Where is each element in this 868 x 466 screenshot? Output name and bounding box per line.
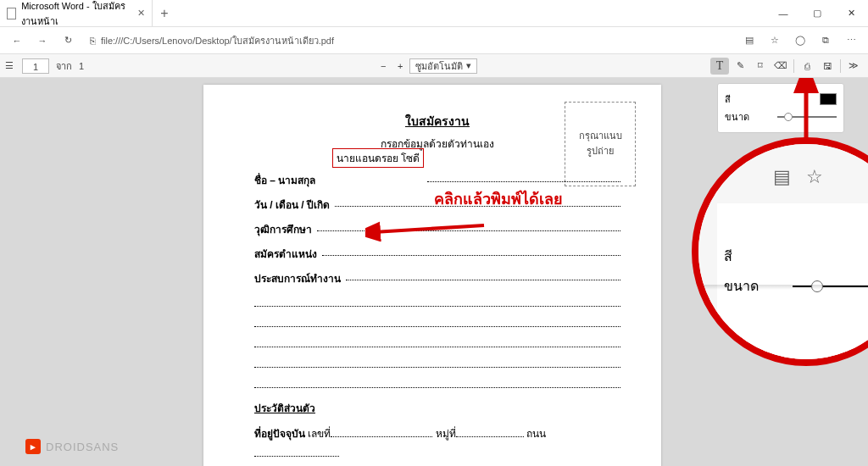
size-slider[interactable]	[777, 116, 837, 118]
window-close[interactable]: ✕	[834, 0, 868, 26]
pen-tool-icon[interactable]: ✎	[731, 58, 749, 75]
address-bar: ← → ↻ ⎘ file:///C:/Users/Lenovo/Desktop/…	[0, 27, 868, 54]
reader-mode-icon[interactable]: ▤	[739, 31, 760, 51]
window-titlebar: Microsoft Word - ใบสมัครงานหน้าเ ✕ + — ▢…	[0, 0, 868, 27]
annotation-hint-text: คลิกแล้วพิมพ์ได้เลย	[434, 186, 563, 211]
field-name-label: ชื่อ – นามสกุล	[254, 172, 315, 188]
pdf-viewer[interactable]: สี ขนาด กรุณาแนบ รูปถ่าย ใบสมัครงาน กรอก…	[0, 78, 868, 466]
section-personal: ประวัติส่วนตัว	[254, 400, 620, 416]
nav-reload-button[interactable]: ↻	[58, 31, 78, 51]
droidsans-logo-icon: ▸	[25, 439, 41, 454]
color-swatch[interactable]	[820, 93, 837, 105]
dotted-line	[254, 315, 620, 327]
collections-icon[interactable]: ⧉	[815, 31, 836, 51]
field-dob-label: วัน / เดือน / ปีเกิด	[254, 197, 330, 213]
chevron-down-icon: ▾	[466, 60, 471, 71]
toolbar-separator	[793, 59, 794, 73]
annotation-zoom-circle: ▤ ☆ T สี ขนาด	[692, 137, 868, 366]
field-edu-label: วุฒิการศึกษา	[254, 221, 312, 237]
print-button[interactable]: ⎙	[798, 58, 816, 75]
text-edit-box[interactable]: นายแอนดรอย โซดี	[332, 148, 424, 168]
sidebar-toggle-icon[interactable]: ☰	[5, 60, 14, 71]
watermark-text: DROIDSANS	[46, 441, 119, 453]
zoom-select[interactable]: ซูมอัตโนมัติ ▾	[409, 58, 477, 74]
page-number-input[interactable]: 1	[22, 58, 49, 74]
close-tab-icon[interactable]: ✕	[137, 8, 145, 19]
field-pos-label: สมัครตำแหน่ง	[254, 246, 317, 262]
text-tool-properties: สี ขนาด	[717, 83, 844, 133]
highlight-tool-icon[interactable]: ⌑	[751, 58, 770, 75]
photo-placeholder: กรุณาแนบ รูปถ่าย	[565, 102, 636, 186]
field-exp-label: ประสบการณ์ทำงาน	[254, 270, 341, 286]
zoom-out-button[interactable]: −	[376, 61, 391, 71]
save-button[interactable]: 🖫	[818, 58, 837, 75]
browser-tab[interactable]: Microsoft Word - ใบสมัครงานหน้าเ ✕	[0, 0, 153, 26]
window-minimize[interactable]: —	[766, 0, 800, 26]
file-scheme-icon: ⎘	[90, 36, 96, 46]
dotted-line	[254, 356, 620, 368]
dotted-line	[254, 376, 620, 388]
favorite-icon[interactable]: ☆	[765, 31, 785, 51]
more-tools-icon[interactable]: ≫	[844, 58, 863, 75]
url-text: file:///C:/Users/Lenovo/Desktop/ใบสมัครง…	[101, 33, 334, 48]
window-maximize[interactable]: ▢	[800, 0, 834, 26]
page-icon	[7, 8, 16, 19]
menu-icon[interactable]: ⋯	[841, 31, 861, 51]
favorite-icon[interactable]: ☆	[806, 166, 823, 188]
dotted-line	[254, 295, 620, 307]
toolbar-separator	[840, 59, 841, 73]
page-total: 1	[79, 61, 84, 71]
pdf-page[interactable]: กรุณาแนบ รูปถ่าย ใบสมัครงาน กรอกข้อมูลด้…	[203, 85, 661, 466]
nav-back-button[interactable]: ←	[7, 31, 27, 51]
page-sep-label: จาก	[56, 58, 72, 74]
new-tab-button[interactable]: +	[153, 0, 176, 26]
text-annotation-tool[interactable]: T	[710, 58, 729, 75]
dotted-line	[254, 336, 620, 347]
address-block: ที่อยู่ปัจจุบัน เลขที่ หมู่ที่ ถนน ตำบล/…	[254, 424, 620, 466]
url-input[interactable]: ⎘ file:///C:/Users/Lenovo/Desktop/ใบสมัค…	[83, 31, 729, 51]
titlebar-drag-area	[176, 0, 766, 26]
size-label: ขนาด	[725, 109, 749, 125]
color-label: สี	[724, 246, 732, 267]
nav-forward-button[interactable]: →	[32, 31, 53, 51]
color-label: สี	[725, 92, 731, 107]
pdf-toolbar: ☰ 1 จาก 1 − + ซูมอัตโนมัติ ▾ T ✎ ⌑ ⌫ ⎙ 🖫…	[0, 54, 868, 78]
reader-mode-icon[interactable]: ▤	[773, 166, 791, 188]
zoom-in-button[interactable]: +	[392, 61, 408, 71]
profile-icon[interactable]: ◯	[790, 31, 810, 51]
watermark: ▸ DROIDSANS	[25, 439, 119, 454]
erase-tool-icon[interactable]: ⌫	[771, 58, 790, 75]
tab-title: Microsoft Word - ใบสมัครงานหน้าเ	[21, 0, 129, 29]
